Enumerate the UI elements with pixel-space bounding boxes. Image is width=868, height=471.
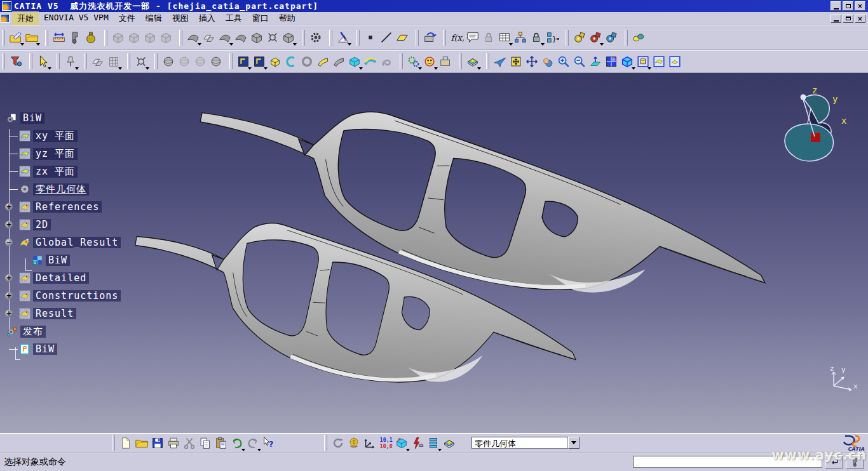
sketch-button[interactable] [235, 53, 251, 70]
menu-视图[interactable]: 视图 [167, 11, 194, 25]
constraint-bolt-button[interactable] [409, 435, 425, 451]
comment-button[interactable] [465, 29, 480, 46]
save-button[interactable] [149, 435, 165, 451]
mdi-close-button[interactable]: × [855, 15, 865, 23]
sphere-tool-button[interactable] [160, 53, 176, 70]
new-document-button[interactable] [118, 435, 133, 451]
close-button[interactable]: × [855, 1, 865, 11]
measure-item-button[interactable] [67, 29, 83, 46]
tree-item-Global_Result[interactable]: Global_Result [19, 236, 121, 249]
fly-mode-button[interactable] [492, 53, 508, 70]
knowledge-expert-button[interactable] [603, 29, 619, 46]
surface-box-button[interactable] [248, 29, 264, 46]
tree-item-Constructions[interactable]: Constructions [19, 289, 121, 303]
snap-coordinates-button[interactable] [377, 435, 393, 451]
rules-button[interactable] [544, 29, 560, 46]
open-from-catalog-more-arrow-icon[interactable] [36, 43, 40, 46]
toolbar-drag-handle[interactable] [154, 53, 158, 69]
planes-visibility-button[interactable] [90, 53, 105, 70]
slot-button[interactable] [330, 53, 346, 70]
expand-node-Detailed[interactable]: + [5, 274, 13, 282]
surface-trim-button[interactable] [280, 29, 296, 46]
tree-item-yz 平面[interactable]: yz 平面 [19, 147, 78, 161]
toolbar-drag-handle[interactable] [356, 30, 360, 46]
expand-node-2D[interactable]: + [5, 221, 13, 229]
biw-3d-model[interactable] [0, 73, 868, 433]
toolbar-drag-handle[interactable] [2, 30, 5, 46]
sketcher-more-arrow-icon[interactable] [348, 43, 351, 46]
normal-view-button[interactable] [587, 53, 603, 70]
fit-all-in-button[interactable] [508, 53, 524, 70]
toolbar-drag-handle[interactable] [443, 30, 446, 46]
tree-item-BiW[interactable]: BiW [32, 253, 70, 267]
toolbar-drag-handle[interactable] [127, 53, 130, 69]
point-button[interactable] [362, 29, 378, 46]
shell-button[interactable] [346, 53, 362, 70]
generative-surfaces-more-arrow-icon[interactable] [477, 67, 481, 70]
print-button[interactable] [165, 435, 181, 451]
expand-node-References[interactable]: + [5, 203, 13, 211]
toolbar-drag-handle[interactable] [104, 30, 107, 46]
catalog-browser-button[interactable] [8, 29, 24, 46]
copy-button[interactable] [197, 435, 213, 451]
menu-编辑[interactable]: 编辑 [140, 11, 167, 25]
measure-inertia-button[interactable] [83, 29, 98, 46]
axis-system-button[interactable] [362, 435, 377, 451]
redo-button[interactable] [245, 435, 261, 451]
target-point-button[interactable] [264, 29, 280, 46]
catalog-button[interactable] [421, 29, 437, 46]
create-multi-view-button[interactable] [603, 53, 619, 70]
line-button[interactable] [378, 29, 394, 46]
catalog-globe-button[interactable] [346, 435, 362, 451]
power-input-field[interactable] [633, 456, 822, 468]
menu-窗口[interactable]: 窗口 [247, 11, 274, 25]
view-compass[interactable]: z y x [774, 84, 863, 167]
toolbar-drag-handle[interactable] [179, 30, 182, 46]
knowledge-pattern-button[interactable] [571, 29, 587, 46]
compass-free-rotation-handle[interactable] [801, 95, 806, 100]
plane-button[interactable] [394, 29, 410, 46]
toolbar-drag-handle[interactable] [229, 53, 233, 69]
select-more-arrow-icon[interactable] [48, 67, 51, 70]
biw-frame-far[interactable] [180, 77, 783, 335]
expand-node-Constructions[interactable]: + [5, 292, 13, 300]
body-selector-combobox[interactable]: 零件几何体 [471, 437, 580, 449]
paste-button[interactable] [213, 435, 229, 451]
mdi-minimize-button[interactable] [831, 15, 841, 23]
toolbar-drag-handle[interactable] [324, 435, 327, 451]
snap-to-point-more-arrow-icon[interactable] [146, 67, 149, 70]
3d-viewport[interactable]: BiWxy 平面yz 平面zx 平面零件几何体+References+2D−Gl… [0, 73, 868, 433]
open-from-catalog-button[interactable] [24, 29, 39, 46]
surface-plane-button[interactable] [201, 29, 217, 46]
zoom-out-button[interactable] [571, 53, 587, 70]
power-copy-loop-button[interactable] [330, 435, 346, 451]
surface-fold-button[interactable] [233, 29, 248, 46]
sphere-shaded-button[interactable] [208, 53, 224, 70]
update-all-button[interactable] [393, 435, 409, 451]
toolbar-drag-handle[interactable] [84, 53, 87, 69]
batch-gears-button[interactable] [405, 53, 421, 70]
tree-item-BiW[interactable]: BiW [6, 111, 44, 125]
toolbar-drag-handle[interactable] [57, 53, 60, 69]
tree-item-zx 平面[interactable]: zx 平面 [19, 164, 78, 178]
collapse-node-Global_Result[interactable]: − [5, 239, 13, 246]
options-gear-button[interactable] [308, 29, 323, 46]
tree-item-零件几何体[interactable]: 零件几何体 [19, 182, 89, 196]
thick-surface-button[interactable] [362, 53, 378, 70]
toolbar-drag-handle[interactable] [2, 53, 5, 69]
toolbar-drag-handle[interactable] [45, 30, 48, 46]
menu-插入[interactable]: 插入 [194, 11, 220, 25]
work-grid-more-arrow-icon[interactable] [118, 67, 122, 70]
pad-button[interactable] [267, 53, 283, 70]
tree-item-BiW[interactable]: BiW [19, 342, 57, 356]
knowledge-owl-button[interactable] [421, 53, 437, 70]
tree-item-References[interactable]: References [19, 200, 102, 214]
relations-structure-button[interactable] [512, 29, 528, 46]
undo-button[interactable] [229, 435, 245, 451]
hide-show-button[interactable] [651, 53, 667, 70]
expand-node-Result[interactable]: + [5, 310, 13, 317]
surface-sweep-button[interactable] [185, 29, 201, 46]
push-pin-more-arrow-icon[interactable] [75, 67, 79, 70]
open-body-button[interactable] [441, 435, 457, 451]
toolbar-drag-handle[interactable] [416, 30, 419, 46]
